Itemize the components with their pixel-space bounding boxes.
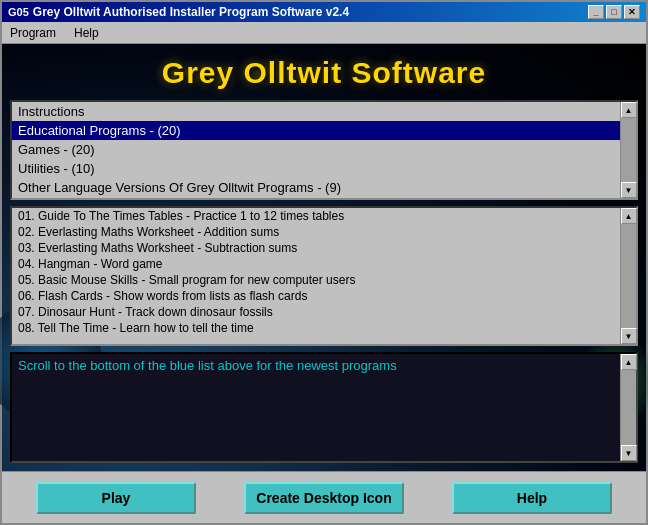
program-item[interactable]: 06. Flash Cards - Show words from lists …: [12, 288, 620, 304]
programs-scroll-track[interactable]: [621, 224, 636, 328]
title-icon: G05: [8, 6, 29, 18]
programs-list-container: 01. Guide To The Times Tables - Practice…: [10, 206, 638, 346]
title-bar-text: G05 Grey Olltwit Authorised Installer Pr…: [8, 5, 349, 19]
menu-bar: Program Help: [2, 22, 646, 44]
minimize-button[interactable]: _: [588, 5, 604, 19]
scroll-up-button[interactable]: ▲: [621, 102, 637, 118]
info-scroll-up-button[interactable]: ▲: [621, 354, 637, 370]
help-button[interactable]: Help: [452, 482, 612, 514]
programs-scrollbar: ▲ ▼: [620, 208, 636, 344]
category-item[interactable]: Utilities - (10): [12, 159, 620, 178]
program-item[interactable]: 02. Everlasting Maths Worksheet - Additi…: [12, 224, 620, 240]
programs-list: 01. Guide To The Times Tables - Practice…: [12, 208, 620, 344]
category-list-container: Instructions Educational Programs - (20)…: [10, 100, 638, 200]
info-area-container: Scroll to the bottom of the blue list ab…: [10, 352, 638, 463]
title-bar: G05 Grey Olltwit Authorised Installer Pr…: [2, 2, 646, 22]
category-item-selected[interactable]: Educational Programs - (20): [12, 121, 620, 140]
programs-scroll-up-button[interactable]: ▲: [621, 208, 637, 224]
main-window: G05 Grey Olltwit Authorised Installer Pr…: [0, 0, 648, 525]
category-scrollbar: ▲ ▼: [620, 102, 636, 198]
play-button[interactable]: Play: [36, 482, 196, 514]
info-scrollbar: ▲ ▼: [620, 354, 636, 461]
app-title: Grey Olltwit Software: [10, 52, 638, 94]
program-item[interactable]: 07. Dinosaur Hunt - Track down dinosaur …: [12, 304, 620, 320]
main-content: Grey Olltwit Software Instructions Educa…: [2, 44, 646, 471]
info-text: Scroll to the bottom of the blue list ab…: [12, 354, 620, 461]
menu-help[interactable]: Help: [70, 25, 103, 41]
program-item[interactable]: 03. Everlasting Maths Worksheet - Subtra…: [12, 240, 620, 256]
window-title: Grey Olltwit Authorised Installer Progra…: [33, 5, 349, 19]
info-scroll-down-button[interactable]: ▼: [621, 445, 637, 461]
program-item[interactable]: 05. Basic Mouse Skills - Small program f…: [12, 272, 620, 288]
category-item[interactable]: Games - (20): [12, 140, 620, 159]
info-scroll-track[interactable]: [621, 370, 636, 445]
category-item[interactable]: Other Language Versions Of Grey Olltwit …: [12, 178, 620, 197]
menu-program[interactable]: Program: [6, 25, 60, 41]
close-button[interactable]: ✕: [624, 5, 640, 19]
create-desktop-icon-button[interactable]: Create Desktop Icon: [244, 482, 404, 514]
category-item[interactable]: Instructions: [12, 102, 620, 121]
program-item[interactable]: 08. Tell The Time - Learn how to tell th…: [12, 320, 620, 336]
program-item[interactable]: 04. Hangman - Word game: [12, 256, 620, 272]
title-controls: _ □ ✕: [588, 5, 640, 19]
program-item[interactable]: 01. Guide To The Times Tables - Practice…: [12, 208, 620, 224]
category-list: Instructions Educational Programs - (20)…: [12, 102, 620, 198]
bottom-bar: Play Create Desktop Icon Help: [2, 471, 646, 523]
scroll-down-button[interactable]: ▼: [621, 182, 637, 198]
maximize-button[interactable]: □: [606, 5, 622, 19]
programs-scroll-down-button[interactable]: ▼: [621, 328, 637, 344]
scroll-track[interactable]: [621, 118, 636, 182]
